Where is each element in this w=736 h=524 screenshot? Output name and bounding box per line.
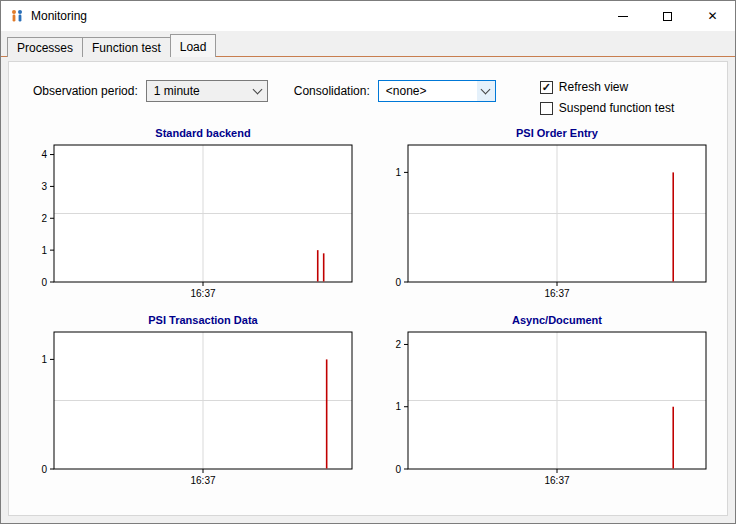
checkbox-group: ✓ Refresh view ✓ Suspend function test	[540, 80, 674, 115]
checkbox-icon: ✓	[540, 102, 553, 115]
consolidation-group: Consolidation: <none>	[294, 80, 496, 102]
observation-period-select[interactable]: 1 minute	[146, 80, 268, 102]
checkmark-icon: ✓	[542, 82, 551, 93]
chart-plot: 0116:37	[375, 140, 715, 304]
svg-text:16:37: 16:37	[544, 475, 569, 486]
chevron-down-icon	[481, 84, 491, 94]
svg-text:3: 3	[41, 181, 47, 192]
chart-async-document: Async/Document 01216:37	[375, 314, 715, 491]
tab-strip: Processes Function test Load	[1, 31, 735, 57]
monitoring-window: Monitoring ✕ Processes Function test Loa…	[0, 0, 736, 524]
chart-title: Async/Document	[375, 314, 715, 326]
observation-period-value: 1 minute	[154, 84, 249, 98]
tab-function-test[interactable]: Function test	[82, 37, 171, 57]
consolidation-select[interactable]: <none>	[378, 80, 496, 102]
chart-title: PSI Transaction Data	[21, 314, 361, 326]
svg-text:16:37: 16:37	[190, 475, 215, 486]
observation-period-label: Observation period:	[33, 84, 138, 98]
chart-plot: 01216:37	[375, 327, 715, 491]
checkbox-icon: ✓	[540, 81, 553, 94]
maximize-button[interactable]	[645, 2, 690, 31]
dropdown-arrow-zone	[477, 81, 495, 101]
svg-text:4: 4	[41, 149, 47, 160]
window-title: Monitoring	[31, 9, 600, 23]
svg-text:1: 1	[395, 167, 401, 178]
chevron-down-icon	[253, 84, 263, 94]
suspend-function-test-checkbox[interactable]: ✓ Suspend function test	[540, 101, 674, 115]
svg-text:1: 1	[41, 354, 47, 365]
dropdown-arrow-zone	[249, 81, 267, 101]
suspend-function-test-label: Suspend function test	[559, 101, 674, 115]
svg-text:2: 2	[41, 213, 47, 224]
tab-processes[interactable]: Processes	[7, 37, 83, 57]
consolidation-value: <none>	[386, 84, 477, 98]
svg-text:0: 0	[395, 464, 401, 475]
controls-row: Observation period: 1 minute Consolidati…	[9, 62, 727, 119]
chart-title: PSI Order Entry	[375, 127, 715, 139]
titlebar: Monitoring ✕	[1, 1, 735, 31]
minimize-icon	[618, 16, 628, 17]
svg-text:16:37: 16:37	[544, 288, 569, 299]
load-tab-panel: Observation period: 1 minute Consolidati…	[8, 61, 728, 516]
chart-plot: 0116:37	[21, 327, 361, 491]
chart-psi-transaction-data: PSI Transaction Data 0116:37	[21, 314, 361, 491]
charts-grid: Standard backend 0123416:37 PSI Order En…	[9, 119, 727, 491]
close-button[interactable]: ✕	[690, 2, 735, 31]
svg-text:1: 1	[41, 245, 47, 256]
consolidation-label: Consolidation:	[294, 84, 370, 98]
close-icon: ✕	[707, 9, 717, 23]
refresh-view-label: Refresh view	[559, 80, 628, 94]
chart-title: Standard backend	[21, 127, 361, 139]
svg-text:1: 1	[395, 401, 401, 412]
chart-psi-order-entry: PSI Order Entry 0116:37	[375, 127, 715, 304]
svg-text:16:37: 16:37	[190, 288, 215, 299]
svg-text:0: 0	[41, 464, 47, 475]
observation-period-group: Observation period: 1 minute	[33, 80, 268, 102]
svg-text:0: 0	[395, 277, 401, 288]
svg-text:0: 0	[41, 277, 47, 288]
chart-standard-backend: Standard backend 0123416:37	[21, 127, 361, 304]
minimize-button[interactable]	[600, 2, 645, 31]
chart-plot: 0123416:37	[21, 140, 361, 304]
app-icon	[9, 8, 25, 24]
tab-load[interactable]: Load	[170, 34, 217, 57]
refresh-view-checkbox[interactable]: ✓ Refresh view	[540, 80, 674, 94]
maximize-icon	[663, 12, 672, 21]
svg-text:2: 2	[395, 339, 401, 350]
